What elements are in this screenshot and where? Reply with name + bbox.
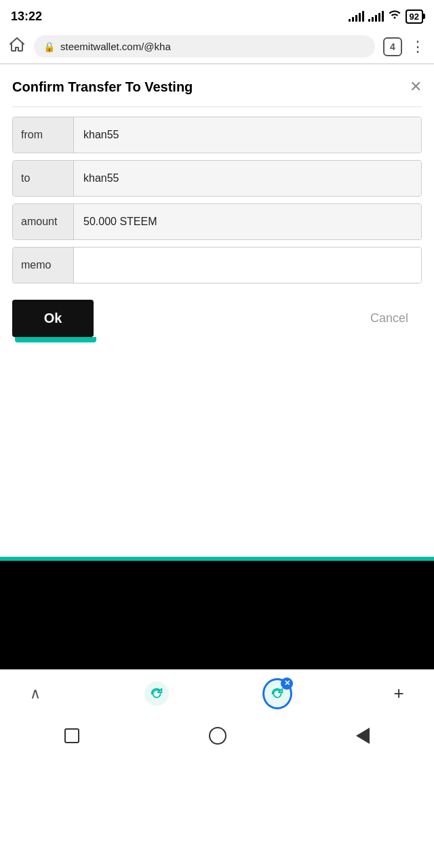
up-arrow-button[interactable]: ∧	[20, 679, 50, 709]
from-field-row: from khan55	[12, 117, 422, 153]
black-footer	[0, 561, 434, 669]
memo-value[interactable]	[74, 248, 421, 283]
tab-icon-1[interactable]	[142, 679, 172, 709]
back-nav-button[interactable]	[356, 728, 370, 744]
chevron-up-icon: ∧	[30, 685, 41, 703]
battery-icon: 92	[406, 9, 423, 24]
browser-tab-icon-2: ✕	[262, 678, 292, 709]
browser-chrome: 🔒 steemitwallet.com/@kha 4 ⋮	[0, 30, 434, 64]
url-text: steemitwallet.com/@kha	[60, 41, 366, 52]
home-button[interactable]	[8, 36, 26, 58]
memo-field-row: memo	[12, 247, 422, 283]
plus-icon: +	[393, 683, 403, 704]
ok-button[interactable]: Ok	[12, 300, 94, 337]
content-area	[0, 353, 434, 557]
from-value: khan55	[74, 117, 421, 153]
amount-value: 50.000 STEEM	[74, 204, 421, 239]
to-field-row: to khan55	[12, 160, 422, 197]
dialog: Confirm Transfer To Vesting ✕ from khan5…	[0, 64, 434, 353]
to-label: to	[13, 161, 74, 196]
badge-close-icon: ✕	[284, 679, 290, 688]
status-icons: 92	[349, 9, 423, 24]
menu-button[interactable]: ⋮	[410, 38, 426, 56]
from-label: from	[13, 117, 74, 153]
signal-bars-1	[349, 11, 364, 22]
dialog-header: Confirm Transfer To Vesting ✕	[12, 78, 422, 96]
system-nav-bar	[0, 717, 434, 757]
dialog-title: Confirm Transfer To Vesting	[12, 79, 193, 95]
cancel-button[interactable]: Cancel	[357, 300, 422, 336]
badge: ✕	[281, 677, 293, 690]
close-button[interactable]: ✕	[410, 78, 422, 96]
status-bar: 13:22 92	[0, 0, 434, 30]
lock-icon: 🔒	[43, 41, 55, 52]
battery-level: 92	[410, 12, 419, 22]
amount-label: amount	[13, 204, 74, 239]
wifi-icon	[388, 9, 401, 23]
status-time: 13:22	[11, 9, 42, 24]
home-nav-button[interactable]	[209, 727, 226, 745]
tab-count-button[interactable]: 4	[383, 37, 402, 56]
to-value: khan55	[74, 161, 421, 196]
browser-tab-icon-1	[144, 682, 169, 706]
url-bar[interactable]: 🔒 steemitwallet.com/@kha	[34, 35, 375, 58]
new-tab-button[interactable]: +	[384, 679, 414, 709]
amount-field-row: amount 50.000 STEEM	[12, 203, 422, 240]
tab-bar: ∧ ✕ +	[0, 669, 434, 717]
memo-label: memo	[13, 248, 74, 283]
button-row: Ok Cancel	[12, 300, 422, 337]
tab-icon-2-active[interactable]: ✕	[262, 679, 292, 709]
signal-bars-2	[368, 11, 384, 22]
recent-apps-button[interactable]	[64, 728, 79, 743]
